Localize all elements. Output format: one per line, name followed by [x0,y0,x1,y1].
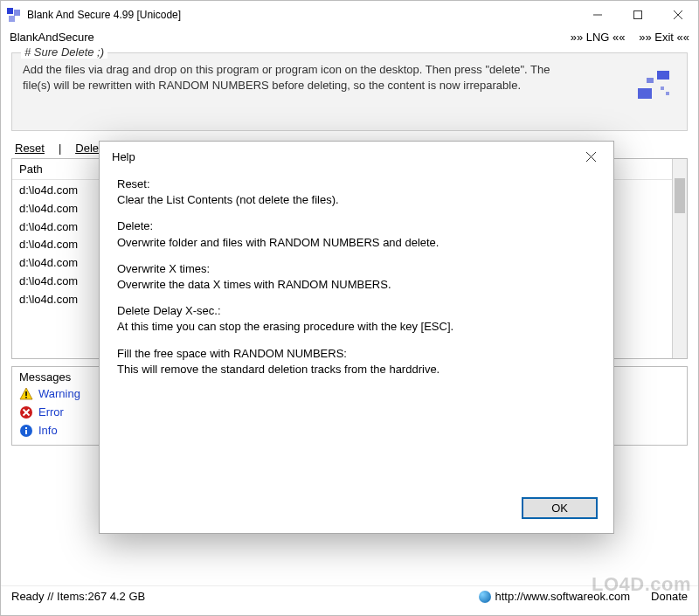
help-section: Delete Delay X-sec.: At this time you ca… [117,303,596,335]
svg-rect-19 [25,430,27,434]
groupbox-logo-icon [634,69,675,107]
message-label: Warning [38,385,80,404]
main-window: Blank And Secure 4.99 [Unicode] BlankAnd… [0,0,699,616]
help-heading: Overwrite X times: [117,261,596,277]
help-section: Reset: Clear the List Contents (not dele… [117,176,596,208]
svg-rect-11 [666,92,669,95]
warning-icon [19,387,33,401]
error-icon [19,405,33,419]
help-heading: Delete Delay X-sec.: [117,303,596,319]
svg-rect-4 [634,11,642,19]
dialog-body: Reset: Clear the List Contents (not dele… [100,171,613,488]
scroll-thumb[interactable] [675,178,685,213]
titlebar: Blank And Secure 4.99 [Unicode] [1,1,698,29]
help-section: Fill the free space with RANDOM NUMBERS:… [117,346,596,377]
svg-rect-20 [25,427,27,429]
svg-rect-10 [661,87,664,90]
svg-rect-2 [9,16,15,22]
dialog-title: Help [112,150,571,163]
help-text: Clear the List Contents (not delete the … [117,192,596,208]
window-title: Blank And Secure 4.99 [Unicode] [27,9,578,21]
help-heading: Reset: [117,176,596,192]
help-heading: Fill the free space with RANDOM NUMBERS: [117,346,596,362]
reset-link[interactable]: Reset [15,142,45,155]
help-text: Overwrite folder and files with RANDOM N… [117,235,596,251]
watermark: LO4D.com [592,573,691,596]
info-groupbox: # Sure Delete ;) Add the files via drag … [11,52,688,131]
help-text: At this time you can stop the erasing pr… [117,319,596,335]
svg-rect-0 [7,8,13,14]
message-label: Info [38,422,58,440]
app-name[interactable]: BlankAndSecure [10,31,560,44]
scrollbar[interactable] [672,159,687,358]
message-label: Error [38,404,64,422]
lng-menu[interactable]: »» LNG «« [571,31,626,44]
minimize-button[interactable] [578,1,618,29]
svg-rect-9 [638,88,652,99]
globe-icon [479,591,491,603]
groupbox-text: Add the files via drag and drop on this … [23,62,564,121]
maximize-button[interactable] [618,1,658,29]
info-icon [19,424,33,438]
window-controls [578,1,698,29]
dialog-titlebar: Help [100,142,613,171]
dialog-footer: OK [100,488,613,533]
svg-rect-14 [25,397,27,398]
svg-rect-8 [647,78,654,83]
help-text: Overwrite the data X times with RANDOM N… [117,277,596,293]
svg-rect-7 [657,71,669,80]
status-text: Ready // Items:267 4.2 GB [11,590,479,603]
groupbox-title: # Sure Delete ;) [21,45,107,59]
svg-rect-13 [25,391,27,396]
help-dialog: Help Reset: Clear the List Contents (not… [99,141,614,534]
help-heading: Delete: [117,218,596,234]
help-text: This will remove the standard deletion t… [117,362,596,377]
ok-button[interactable]: OK [522,497,598,519]
svg-rect-1 [14,10,20,16]
exit-menu[interactable]: »» Exit «« [639,31,689,44]
app-icon [6,7,22,23]
help-section: Overwrite X times: Overwrite the data X … [117,261,596,293]
help-section: Delete: Overwrite folder and files with … [117,218,596,250]
close-button[interactable] [658,1,698,29]
separator: | [59,142,61,155]
dialog-close-button[interactable] [571,142,610,171]
menubar: BlankAndSecure »» LNG «« »» Exit «« [1,29,698,45]
